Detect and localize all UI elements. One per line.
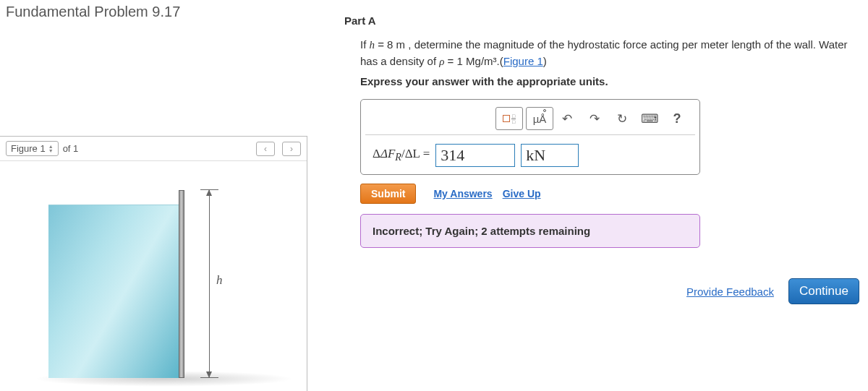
- redo-icon: ↷: [590, 111, 600, 126]
- figure-body: h: [0, 161, 307, 391]
- help-button[interactable]: ?: [663, 107, 691, 130]
- feedback-message: Incorrect; Try Again; 2 attempts remaini…: [360, 214, 700, 248]
- answer-value-input[interactable]: [435, 144, 515, 167]
- give-up-link[interactable]: Give Up: [503, 188, 541, 199]
- wall: [179, 190, 184, 378]
- redo-button[interactable]: ↷: [581, 107, 608, 130]
- undo-button[interactable]: ↶: [553, 107, 581, 130]
- answer-unit-input[interactable]: [521, 144, 579, 167]
- keyboard-button[interactable]: ⌨: [636, 107, 663, 130]
- figure-count: of 1: [63, 143, 79, 154]
- chevron-left-icon: ‹: [264, 144, 267, 154]
- question-text: If h = 8 m , determine the magnitude of …: [360, 37, 864, 69]
- submit-button[interactable]: Submit: [360, 184, 416, 204]
- chevron-right-icon: ›: [290, 144, 293, 154]
- reset-icon: ↻: [617, 111, 627, 126]
- undo-icon: ↶: [562, 111, 572, 126]
- stepper-icon: ▲▼: [48, 145, 54, 153]
- figure-prev-button[interactable]: ‹: [256, 142, 275, 156]
- units-button[interactable]: µÅ: [526, 107, 553, 130]
- problem-title: Fundamental Problem 9.17: [0, 0, 326, 24]
- figure-panel: Figure 1 ▲▼ of 1 ‹ ›: [0, 136, 307, 391]
- answer-variable-label: ΔΔFR/ΔL =: [373, 147, 430, 163]
- water-region: [48, 205, 179, 378]
- figure-1-link[interactable]: Figure 1: [503, 55, 543, 67]
- reset-button[interactable]: ↻: [608, 107, 636, 130]
- ring-icon: [543, 109, 546, 112]
- answer-toolbar: □□ µÅ ↶ ↷ ↻ ⌨ ?: [365, 104, 695, 135]
- figure-next-button[interactable]: ›: [282, 142, 301, 156]
- keyboard-icon: ⌨: [641, 111, 659, 126]
- figure-selector[interactable]: Figure 1 ▲▼: [6, 141, 59, 156]
- my-answers-link[interactable]: My Answers: [433, 188, 492, 199]
- continue-button[interactable]: Continue: [788, 278, 859, 304]
- square-icon: [503, 115, 510, 122]
- templates-button[interactable]: □□: [495, 107, 523, 130]
- answer-row: ΔΔFR/ΔL =: [365, 144, 695, 167]
- figure-header: Figure 1 ▲▼ of 1 ‹ ›: [0, 137, 307, 161]
- instruction-text: Express your answer with the appropriate…: [360, 75, 864, 87]
- answer-box: □□ µÅ ↶ ↷ ↻ ⌨ ?: [360, 99, 700, 175]
- figure-selector-label: Figure 1: [11, 143, 46, 154]
- part-a-heading: Part A: [344, 14, 864, 27]
- provide-feedback-link[interactable]: Provide Feedback: [686, 285, 774, 298]
- fraction-icon: □□: [511, 113, 516, 124]
- dimension-label-h: h: [216, 273, 223, 288]
- water-diagram: h: [48, 190, 258, 378]
